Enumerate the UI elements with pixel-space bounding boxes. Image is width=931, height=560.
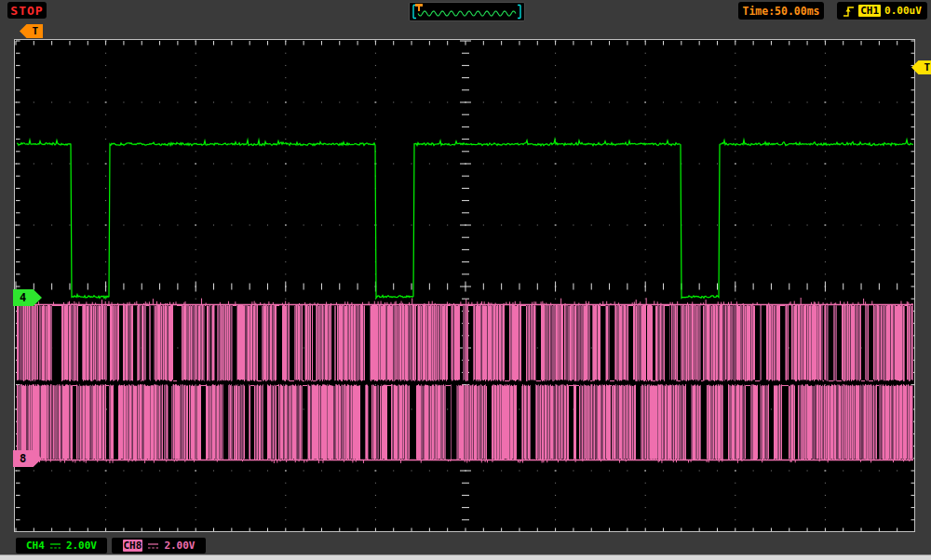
ch8-scale-value: 2.00V: [164, 540, 195, 552]
dc-coupling-icon: [147, 542, 159, 550]
timebase-label: Time:50.00ms: [742, 5, 819, 18]
dc-coupling-icon: [49, 542, 61, 550]
acquisition-status-badge[interactable]: STOP: [7, 2, 47, 19]
ch8-label: CH8: [123, 540, 143, 552]
run-state-label: STOP: [10, 4, 43, 18]
trigger-position-label: T: [32, 25, 38, 37]
timebase-readout[interactable]: Time:50.00ms: [738, 2, 824, 20]
trigger-level-label: T: [924, 61, 930, 73]
waveform-canvas: [15, 40, 914, 531]
ch8-status-box[interactable]: CH8 2.00V: [112, 538, 206, 553]
horizontal-position-preview[interactable]: [409, 2, 525, 21]
scope-display: [14, 39, 915, 532]
oscilloscope-window: STOP Time:50.00ms CH1 0.00uV T T 4 8 CH4…: [0, 0, 931, 560]
trigger-readout[interactable]: CH1 0.00uV: [837, 2, 927, 20]
trigger-position-marker[interactable]: T: [20, 24, 43, 38]
ch4-marker-label: 4: [20, 291, 26, 304]
preview-waveform: [411, 4, 523, 20]
trigger-level-value: 0.00uV: [884, 5, 922, 17]
ch4-status-box[interactable]: CH4 2.00V: [16, 538, 107, 553]
trigger-source-badge: CH1: [858, 5, 881, 17]
ch4-scale-value: 2.00V: [66, 540, 97, 552]
ch8-marker-label: 8: [20, 452, 26, 465]
window-bottom-strip: [0, 554, 931, 560]
rising-edge-icon: [843, 4, 855, 19]
ch4-label: CH4: [26, 540, 45, 552]
